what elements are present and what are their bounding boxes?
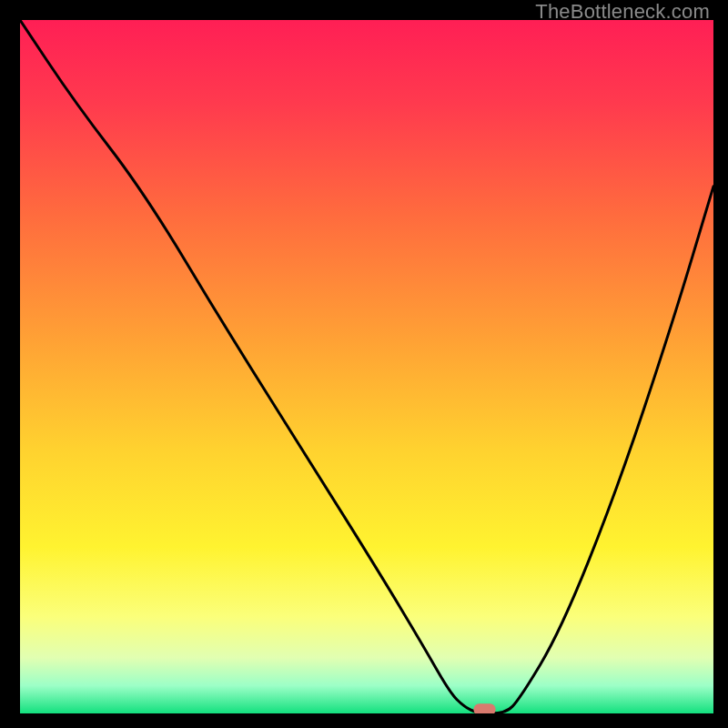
- gradient-background: [20, 20, 713, 713]
- chart-svg: [20, 20, 713, 713]
- optimal-point-marker: [474, 703, 496, 713]
- chart-frame: [20, 20, 713, 713]
- watermark-text: TheBottleneck.com: [535, 0, 710, 24]
